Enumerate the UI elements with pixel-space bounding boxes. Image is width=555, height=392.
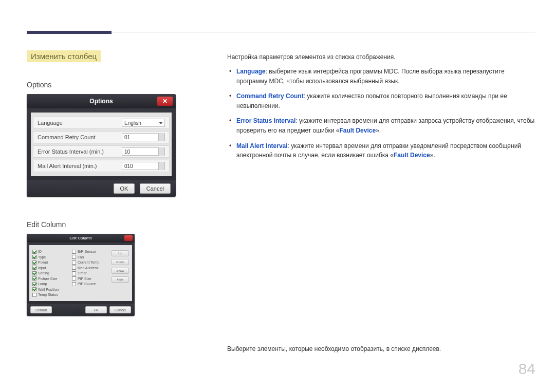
- show-button[interactable]: Show: [112, 268, 129, 274]
- checkbox-item[interactable]: Wall Position: [32, 287, 69, 291]
- language-select[interactable]: English: [122, 119, 165, 127]
- checkbox-label: Wall Position: [38, 288, 59, 291]
- cancel-button[interactable]: Cancel: [109, 306, 131, 313]
- chevron-down-icon: [159, 122, 163, 124]
- checkbox-label: Setting: [38, 271, 49, 275]
- hide-button[interactable]: Hide: [112, 276, 129, 283]
- options-dialog-title: Options: [89, 98, 113, 105]
- checkbox-label: B/R Sensor: [78, 250, 96, 253]
- checkbox-label: PIP Size: [78, 277, 91, 281]
- mail-interval-stepper[interactable]: 010: [122, 162, 165, 170]
- down-button[interactable]: Down: [112, 259, 129, 265]
- checkbox-item[interactable]: Picture Size: [32, 276, 69, 281]
- spinner-icon: [158, 147, 164, 156]
- checkbox-icon: [72, 282, 76, 286]
- editcol-dialog-title: Edit Column: [69, 236, 92, 240]
- checkbox-icon: [72, 271, 76, 275]
- retry-count-label: Command Retry Count: [38, 134, 96, 140]
- options-dialog: Options ✕ Language English Command Retry…: [27, 94, 176, 197]
- checkbox-item[interactable]: Timer: [72, 271, 108, 275]
- options-intro: Настройка параметров элементов из списка…: [227, 52, 535, 62]
- close-icon[interactable]: ✕: [157, 97, 173, 106]
- default-button[interactable]: Default: [30, 306, 52, 313]
- spinner-icon: [158, 162, 164, 170]
- options-dialog-body: Language English Command Retry Count 01 …: [31, 113, 172, 176]
- checkbox-label: PIP Source: [78, 282, 96, 286]
- spinner-icon: [158, 133, 164, 141]
- checkbox-icon: [32, 271, 36, 275]
- checkbox-icon: [32, 282, 36, 286]
- up-button[interactable]: Up: [112, 250, 129, 256]
- checkbox-icon: [72, 276, 76, 281]
- bullet-language: Language: выберите язык интерфейса прогр…: [236, 67, 535, 86]
- editcol-dialog: Edit Column IDTypePowerInputSettingPictu…: [27, 234, 135, 316]
- checkbox-icon: [32, 255, 36, 259]
- checkbox-label: Mac Address: [78, 266, 98, 270]
- checkbox-label: Power: [38, 260, 48, 264]
- editcol-dialog-titlebar: Edit Column: [27, 234, 135, 242]
- checkbox-item[interactable]: B/R Sensor: [72, 250, 108, 254]
- checkbox-item[interactable]: Input: [32, 266, 69, 270]
- checkbox-item[interactable]: Fan: [72, 255, 108, 259]
- bullet-mail-interval: Mail Alert Interval: укажите интервал вр…: [236, 141, 535, 160]
- checkbox-item[interactable]: ID: [32, 250, 69, 254]
- cancel-button[interactable]: Cancel: [140, 183, 171, 194]
- checkbox-item[interactable]: Power: [32, 260, 69, 265]
- section-heading: Изменить столбец: [27, 50, 101, 62]
- checkbox-icon: [32, 266, 36, 270]
- editcol-subheading: Edit Column: [27, 220, 176, 229]
- close-icon[interactable]: [124, 235, 133, 241]
- checkbox-item[interactable]: PIP Source: [72, 282, 108, 286]
- bullet-error-interval: Error Status Interval: укажите интервал …: [236, 116, 535, 135]
- checkbox-icon: [32, 276, 36, 281]
- checkbox-label: Timer: [78, 271, 87, 275]
- checkbox-item[interactable]: Temp Status: [32, 293, 69, 297]
- checkbox-label: Current Temp: [78, 260, 99, 264]
- error-interval-label: Error Status Interval (min.): [38, 148, 104, 155]
- checkbox-item[interactable]: Setting: [32, 271, 69, 275]
- checkbox-item[interactable]: PIP Size: [72, 276, 108, 281]
- checkbox-item[interactable]: Lamp: [32, 282, 69, 286]
- editcol-desc: Выберите элементы, которые необходимо от…: [227, 344, 535, 353]
- checkbox-label: Picture Size: [38, 277, 57, 281]
- error-interval-stepper[interactable]: 10: [122, 147, 165, 156]
- checkbox-icon: [72, 250, 76, 254]
- options-subheading: Options: [27, 81, 176, 89]
- checkbox-icon: [32, 293, 36, 297]
- checkbox-icon: [72, 260, 76, 265]
- bullet-retry: Command Retry Count: укажите количество …: [236, 91, 535, 110]
- checkbox-label: ID: [38, 250, 42, 253]
- checkbox-label: Lamp: [38, 282, 47, 286]
- checkbox-label: Fan: [78, 255, 84, 259]
- checkbox-icon: [72, 255, 76, 259]
- checkbox-label: Type: [38, 255, 46, 259]
- checkbox-icon: [32, 260, 36, 265]
- checkbox-item[interactable]: Type: [32, 255, 69, 259]
- checkbox-item[interactable]: Mac Address: [72, 266, 108, 270]
- checkbox-item[interactable]: Current Temp: [72, 260, 108, 265]
- checkbox-label: Temp Status: [38, 293, 58, 296]
- page-number: 84: [519, 360, 535, 378]
- checkbox-icon: [72, 266, 76, 270]
- ok-button[interactable]: OK: [114, 183, 135, 194]
- retry-count-stepper[interactable]: 01: [122, 133, 165, 141]
- checkbox-icon: [32, 250, 36, 254]
- ok-button[interactable]: Ok: [85, 306, 107, 313]
- options-dialog-titlebar: Options ✕: [27, 94, 176, 108]
- mail-interval-label: Mail Alert Interval (min.): [38, 163, 97, 169]
- language-label: Language: [38, 120, 63, 126]
- checkbox-label: Input: [38, 266, 46, 270]
- checkbox-icon: [32, 287, 36, 291]
- page-accent-rule: [27, 31, 112, 34]
